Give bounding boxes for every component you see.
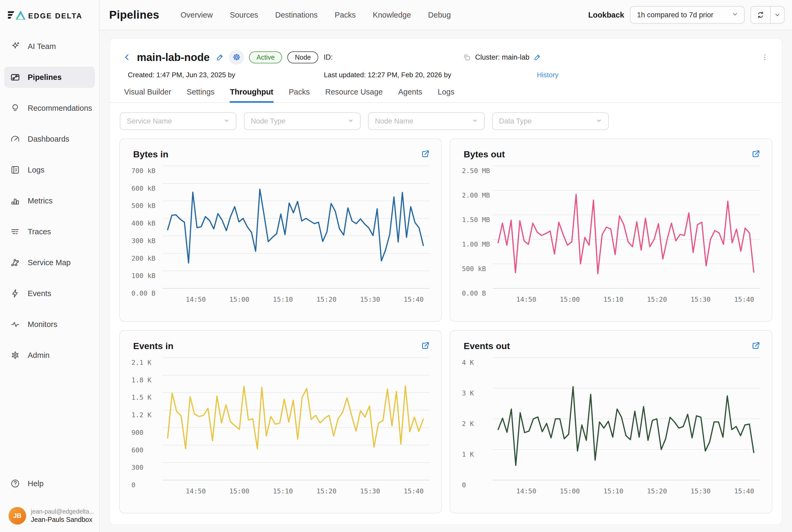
tab-logs[interactable]: Logs — [437, 88, 455, 102]
svg-text:EDGE DELTA: EDGE DELTA — [28, 12, 82, 20]
lookback-select[interactable]: 1h compared to 7d prior — [630, 6, 744, 24]
sidebar-item-admin[interactable]: Admin — [4, 345, 95, 366]
refresh-options-button[interactable] — [771, 7, 784, 23]
svg-text:15:10: 15:10 — [603, 296, 623, 303]
sidebar-item-metrics[interactable]: Metrics — [4, 190, 95, 211]
svg-text:15:40: 15:40 — [734, 487, 754, 495]
sidebar-item-service-map[interactable]: Service Map — [4, 252, 95, 273]
header-nav-knowledge[interactable]: Knowledge — [373, 11, 411, 19]
header-nav-sources[interactable]: Sources — [230, 11, 258, 19]
logs-icon — [10, 164, 21, 175]
sidebar-item-logs[interactable]: Logs — [4, 159, 95, 180]
svg-text:1 K: 1 K — [462, 451, 474, 458]
header-nav-destinations[interactable]: Destinations — [275, 11, 318, 19]
chart-plot-events-out: 4 K3 K2 K1 K014:5015:0015:1015:2015:3015… — [450, 352, 772, 497]
edgedelta-logo[interactable]: EDGE DELTA — [0, 0, 99, 30]
app-root: EDGE DELTA AI TeamPipelinesRecommendatio… — [0, 0, 792, 532]
svg-text:1.50 MB: 1.50 MB — [462, 216, 490, 224]
edit-name-button[interactable] — [216, 53, 224, 61]
sidebar-item-label: AI Team — [28, 42, 56, 51]
lookback-label: Lookback — [588, 11, 624, 19]
avatar: JB — [8, 507, 26, 525]
chart-title-bytes-out: Bytes out — [464, 149, 505, 159]
chart-plot-events-in: 2.1 K1.8 K1.5 K1.2 K900600300014:5015:00… — [120, 352, 441, 497]
sidebar-item-traces[interactable]: Traces — [4, 221, 95, 242]
tab-visual-builder[interactable]: Visual Builder — [124, 88, 172, 102]
sidebar-item-pipelines[interactable]: Pipelines — [4, 66, 95, 88]
svg-text:600: 600 — [132, 446, 144, 454]
filter-bar: Service NameNode TypeNode NameData Type — [110, 103, 782, 138]
sidebar-item-label: Recommendations — [28, 104, 92, 113]
svg-text:300 kB: 300 kB — [132, 237, 155, 245]
created-text: Created: 1:47 PM, Jun 23, 2025 by — [128, 71, 324, 79]
svg-text:15:20: 15:20 — [316, 487, 336, 495]
header-nav-packs[interactable]: Packs — [335, 11, 356, 19]
sidebar-item-ai-team[interactable]: AI Team — [4, 36, 95, 57]
tab-bar: Visual BuilderSettingsThroughputPacksRes… — [110, 88, 782, 103]
external-link-icon[interactable] — [751, 149, 760, 159]
chevron-down-icon — [347, 116, 354, 126]
pencil-icon — [534, 54, 541, 61]
header-nav-debug[interactable]: Debug — [428, 11, 451, 19]
filter-select-data-type[interactable]: Data Type — [492, 112, 609, 130]
kebab-menu-button[interactable] — [760, 53, 769, 62]
edit-cluster-button[interactable] — [534, 54, 541, 61]
content-area: main-lab-node ☸ Active Node ID: Cluster:… — [100, 30, 792, 532]
sidebar-item-dashboards[interactable]: Dashboards — [4, 128, 95, 150]
user-menu[interactable]: JB jean-paul@edgedelta.... Jean-Pauls Sa… — [4, 504, 95, 525]
tab-packs[interactable]: Packs — [288, 88, 310, 102]
svg-text:1.5 K: 1.5 K — [132, 394, 152, 401]
svg-text:15:40: 15:40 — [734, 296, 754, 303]
svg-text:15:10: 15:10 — [273, 296, 293, 303]
svg-text:1.8 K: 1.8 K — [132, 376, 152, 384]
filter-select-node-type[interactable]: Node Type — [244, 112, 361, 130]
gauge-icon — [10, 133, 21, 145]
svg-text:15:10: 15:10 — [603, 487, 623, 495]
svg-text:15:30: 15:30 — [360, 487, 380, 495]
chart-card-events-in: Events in2.1 K1.8 K1.5 K1.2 K90060030001… — [119, 330, 442, 513]
status-badge: Active — [249, 51, 282, 63]
help-label: Help — [28, 479, 44, 488]
sidebar-item-events[interactable]: Events — [4, 283, 95, 304]
sidebar-item-label: Logs — [28, 166, 44, 174]
history-link[interactable]: History — [537, 71, 559, 79]
svg-text:15:40: 15:40 — [404, 296, 424, 303]
tab-throughput[interactable]: Throughput — [229, 88, 274, 102]
external-link-icon[interactable] — [420, 341, 430, 350]
svg-text:15:40: 15:40 — [404, 487, 424, 495]
external-link-icon[interactable] — [751, 341, 760, 350]
kebab-icon — [760, 53, 769, 62]
chart-card-bytes-out: Bytes out2.50 MB2.00 MB1.50 MB1.00 MB500… — [450, 138, 772, 322]
header-nav: OverviewSourcesDestinationsPacksKnowledg… — [181, 11, 451, 19]
sidebar: EDGE DELTA AI TeamPipelinesRecommendatio… — [0, 0, 100, 532]
header-controls: Lookback 1h compared to 7d prior — [588, 6, 785, 24]
copy-icon[interactable] — [463, 53, 471, 61]
svg-text:400 kB: 400 kB — [132, 220, 155, 227]
svg-text:15:30: 15:30 — [691, 487, 711, 495]
refresh-button[interactable] — [751, 7, 771, 23]
chart-title-events-out: Events out — [464, 341, 510, 351]
pipeline-name: main-lab-node — [137, 51, 210, 63]
sidebar-item-recommendations[interactable]: Recommendations — [4, 97, 95, 119]
header-nav-overview[interactable]: Overview — [181, 11, 213, 19]
page-title: Pipelines — [109, 8, 159, 21]
external-link-icon[interactable] — [420, 149, 430, 159]
main-column: Pipelines OverviewSourcesDestinationsPac… — [100, 0, 792, 532]
svg-text:2 K: 2 K — [462, 420, 474, 428]
tab-agents[interactable]: Agents — [398, 88, 422, 102]
bytes-out-line — [498, 194, 754, 274]
filter-select-node-name[interactable]: Node Name — [368, 112, 485, 130]
tab-resource-usage[interactable]: Resource Usage — [325, 88, 383, 102]
svg-text:15:20: 15:20 — [316, 296, 336, 303]
sidebar-item-help[interactable]: Help — [4, 473, 95, 494]
sidebar-item-label: Traces — [28, 227, 51, 236]
svg-text:15:30: 15:30 — [691, 296, 711, 303]
filter-select-service-name[interactable]: Service Name — [120, 112, 237, 130]
svg-text:500 kB: 500 kB — [462, 265, 486, 273]
tab-settings[interactable]: Settings — [186, 88, 215, 102]
traces-icon — [10, 226, 21, 237]
back-button[interactable] — [122, 53, 132, 62]
sidebar-item-monitors[interactable]: Monitors — [4, 314, 95, 335]
cluster-group: Cluster: main-lab — [463, 53, 541, 61]
cluster-label: Cluster: main-lab — [475, 53, 529, 61]
